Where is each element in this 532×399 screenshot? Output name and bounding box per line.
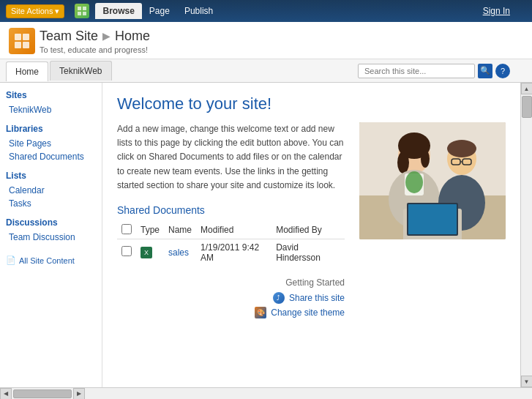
share-site-link[interactable]: ⤴ Share this site bbox=[117, 292, 345, 304]
getting-started-title: Getting Started bbox=[117, 277, 345, 288]
docs-table-body: X sales 1/19/2011 9:42 AM David Hinderss… bbox=[117, 239, 345, 266]
sidebar-link-team-discussion[interactable]: Team Discussion bbox=[6, 231, 96, 244]
site-actions-label: Site Actions bbox=[11, 7, 53, 15]
welcome-title: Welcome to your site! bbox=[117, 94, 506, 113]
nav-tabs: Home TeknikWeb 🔍 ? bbox=[0, 59, 532, 83]
right-scrollbar: ▲ ▼ bbox=[520, 83, 532, 387]
page-title: Home bbox=[115, 29, 150, 44]
site-logo-icon bbox=[75, 4, 89, 18]
all-site-content-label: All Site Content bbox=[19, 256, 75, 265]
svg-point-13 bbox=[397, 152, 409, 174]
svg-rect-7 bbox=[23, 42, 29, 48]
share-site-label: Share this site bbox=[289, 293, 345, 303]
row-modified-by-cell: David Hindersson bbox=[271, 239, 345, 266]
getting-started: Getting Started ⤴ Share this site 🎨 Chan… bbox=[117, 277, 345, 318]
row-name-cell: sales bbox=[164, 239, 196, 266]
theme-icon: 🎨 bbox=[255, 307, 266, 318]
col-type: Type bbox=[136, 222, 164, 239]
sidebar-link-site-pages[interactable]: Site Pages bbox=[6, 137, 96, 150]
share-icon: ⤴ bbox=[273, 292, 285, 304]
site-actions-button[interactable]: Site Actions ▾ bbox=[6, 4, 64, 18]
svg-rect-3 bbox=[83, 12, 86, 15]
col-modified-by: Modified By bbox=[271, 222, 345, 239]
svg-rect-6 bbox=[15, 42, 21, 48]
site-tagline: To test, educate and progress! bbox=[40, 45, 150, 54]
sidebar-link-teknikweb[interactable]: TeknikWeb bbox=[6, 103, 96, 116]
content-text-area: Add a new image, change this welcome tex… bbox=[117, 122, 345, 321]
col-name: Name bbox=[164, 222, 196, 239]
main-scroll-area: Sites TeknikWeb Libraries Site Pages Sha… bbox=[0, 83, 520, 387]
select-all-checkbox[interactable] bbox=[121, 224, 132, 234]
change-theme-link[interactable]: 🎨 Change site theme bbox=[117, 307, 345, 318]
excel-icon: X bbox=[141, 247, 152, 258]
docs-table: Type Name Modified Modified By bbox=[117, 222, 345, 266]
scroll-down-arrow[interactable]: ▼ bbox=[521, 376, 533, 387]
dropdown-arrow: ▾ bbox=[55, 7, 59, 16]
svg-rect-1 bbox=[83, 7, 86, 10]
top-bar: Site Actions ▾ Browse Page Publish Sign … bbox=[0, 0, 532, 22]
sidebar-section-libraries: Libraries bbox=[6, 124, 96, 134]
sidebar-link-shared-documents[interactable]: Shared Documents bbox=[6, 150, 96, 163]
row-checkbox-cell bbox=[117, 239, 136, 266]
scroll-thumb[interactable] bbox=[522, 96, 532, 118]
svg-point-26 bbox=[405, 171, 423, 193]
content-area: Welcome to your site! Add a new image, c… bbox=[102, 83, 520, 387]
svg-rect-5 bbox=[23, 34, 29, 40]
nav-tab-teknikweb[interactable]: TeknikWeb bbox=[50, 61, 111, 81]
svg-rect-25 bbox=[408, 204, 457, 234]
svg-point-14 bbox=[421, 150, 430, 168]
scroll-up-arrow[interactable]: ▲ bbox=[521, 83, 533, 94]
sidebar-section-lists: Lists bbox=[6, 171, 96, 181]
change-theme-label: Change site theme bbox=[271, 307, 345, 318]
svg-rect-4 bbox=[15, 34, 21, 40]
all-site-content-link[interactable]: 📄 All Site Content bbox=[6, 256, 96, 265]
site-icon bbox=[9, 28, 35, 54]
site-header: Team Site ▶ Home To test, educate and pr… bbox=[0, 22, 532, 59]
search-button[interactable]: 🔍 bbox=[478, 64, 492, 78]
scroll-thumb-h[interactable] bbox=[13, 389, 72, 398]
sidebar-section-sites: Sites bbox=[6, 90, 96, 100]
sidebar: Sites TeknikWeb Libraries Site Pages Sha… bbox=[0, 83, 102, 387]
site-title: Team Site bbox=[40, 29, 98, 44]
sign-in-button[interactable]: Sign In bbox=[483, 6, 510, 16]
content-image bbox=[359, 122, 506, 239]
site-title-area: Team Site ▶ Home To test, educate and pr… bbox=[40, 29, 150, 54]
row-type-cell: X bbox=[136, 239, 164, 266]
all-site-content-icon: 📄 bbox=[6, 256, 16, 265]
content-layout: Add a new image, change this welcome tex… bbox=[117, 122, 506, 321]
sidebar-link-calendar[interactable]: Calendar bbox=[6, 184, 96, 197]
scroll-right-arrow[interactable]: ▶ bbox=[73, 388, 85, 400]
svg-rect-2 bbox=[78, 12, 81, 15]
svg-point-18 bbox=[447, 140, 476, 157]
bottom-scrollbar: ◀ ▶ bbox=[0, 387, 532, 399]
tab-browse[interactable]: Browse bbox=[95, 3, 141, 19]
nav-tab-home[interactable]: Home bbox=[6, 61, 48, 81]
tab-publish[interactable]: Publish bbox=[177, 3, 220, 19]
search-area: 🔍 ? bbox=[358, 64, 510, 78]
sidebar-section-discussions: Discussions bbox=[6, 217, 96, 228]
doc-name-link[interactable]: sales bbox=[168, 247, 189, 258]
row-modified-cell: 1/19/2011 9:42 AM bbox=[196, 239, 271, 266]
main-area: Sites TeknikWeb Libraries Site Pages Sha… bbox=[0, 83, 532, 387]
help-button[interactable]: ? bbox=[495, 64, 510, 78]
col-checkbox bbox=[117, 222, 136, 239]
welcome-text: Add a new image, change this welcome tex… bbox=[117, 122, 345, 193]
row-checkbox[interactable] bbox=[121, 246, 132, 256]
col-modified: Modified bbox=[196, 222, 271, 239]
svg-rect-0 bbox=[78, 7, 81, 10]
table-row: X sales 1/19/2011 9:42 AM David Hinderss… bbox=[117, 239, 345, 266]
shared-docs-title: Shared Documents bbox=[117, 204, 345, 216]
search-input[interactable] bbox=[358, 64, 475, 78]
tab-page[interactable]: Page bbox=[142, 3, 177, 19]
sidebar-link-tasks[interactable]: Tasks bbox=[6, 197, 96, 210]
breadcrumb-separator: ▶ bbox=[102, 30, 110, 42]
scroll-left-arrow[interactable]: ◀ bbox=[0, 388, 12, 400]
